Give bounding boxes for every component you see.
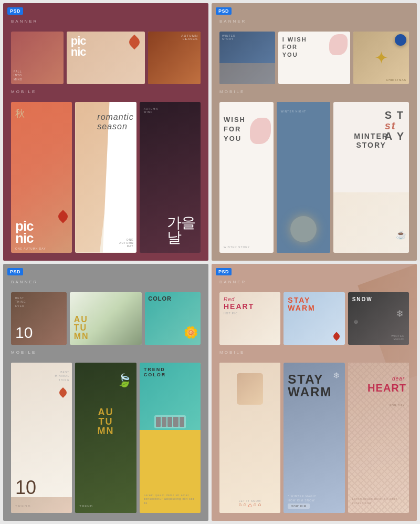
mobile-card-2-3: MINTERSTORY S TstA Y ☕ — [333, 102, 409, 253]
mobile-row-1: picnic 秋 ONE AUTUMN DAY romanticseason O… — [11, 102, 201, 253]
mobile-card-1-3: 가을날 AUTUMNWIND — [140, 102, 201, 253]
heart-text: HEART — [368, 383, 406, 393]
banner-row-1: FALLINTOMIND picnic AUTUMNLEAVES — [11, 32, 201, 84]
banner-label-2: BANNER — [219, 19, 409, 24]
banner-card-2-2: I WISHFORYOU — [278, 32, 350, 84]
mobile-card-1-1: picnic 秋 ONE AUTUMN DAY — [11, 102, 72, 253]
mobile-card-4-1: ⌂ ⌂ ⌂ ⌂ ⌂ LET IT SNOW — [219, 363, 280, 513]
mobile-row-4: ⌂ ⌂ ⌂ ⌂ ⌂ LET IT SNOW STAYWARM ❄ * WINTE… — [219, 363, 409, 513]
mobile-card-2-1: WISHFORYOU WINTER STORY — [219, 102, 274, 253]
quadrant-1: PSD BANNER FALLINTOMIND picnic — [3, 3, 208, 261]
mobile-card-4-2: STAYWARM ❄ * WINTER MAGICHOW KIM SNOW HO… — [284, 363, 344, 513]
banner-card-4-3: SNOW ❄ ❄ WINTERMAGIC — [348, 292, 409, 345]
mobile-card-3-1: 10 TREND BESTMINIMALTHING — [11, 363, 72, 513]
psd-badge-4: PSD — [216, 268, 232, 275]
banner-row-4: Red HEART HOT PIC STAYWARM SNOW ❄ ❄ WINT… — [219, 292, 409, 345]
mobile-card-1-2: romanticseason ONEAUTUMNDAY — [75, 102, 136, 253]
quadrant-2: PSD BANNER WINTERSTORY I WISHFORYOU ✦ CH… — [212, 3, 417, 261]
mobile-card-2-2: WINTER NIGHT — [277, 102, 331, 253]
mobile-label-2: MOBILE — [219, 89, 409, 94]
mobile-row-3: 10 TREND BESTMINIMALTHING AUTUMN TREND 🍃 — [11, 363, 201, 513]
banner-card-3-3: COLOR 🌼 — [145, 292, 201, 345]
mobile-row-2: WISHFORYOU WINTER STORY WINTER NIGHT MIN… — [219, 102, 409, 253]
banner-label-3: BANNER — [11, 280, 201, 284]
banner-card-1-3: AUTUMNLEAVES — [148, 32, 201, 84]
banner-label-1: BANNER — [11, 19, 201, 24]
psd-badge-3: PSD — [7, 268, 23, 275]
banner-card-1-2: picnic — [67, 32, 145, 84]
quadrant-4: PSD BANNER Red HEART HOT PIC STAYWARM — [212, 264, 417, 521]
quadrant-3: PSD BANNER 10 BESTTHINGEVER AUTUMN COLOR… — [3, 264, 208, 521]
mobile-label-4: MOBILE — [219, 350, 409, 355]
banner-label-4: BANNER — [219, 280, 409, 284]
mobile-card-4-3: dear HEART FOR DAY Lorem ipsum dolor sit… — [348, 363, 409, 513]
mobile-label-3: MOBILE — [11, 350, 201, 355]
banner-card-2-3: ✦ CHRISTMAS — [353, 32, 409, 84]
mobile-label-1: MOBILE — [11, 89, 201, 94]
banner-card-3-1: 10 BESTTHINGEVER — [11, 292, 67, 345]
psd-badge-2: PSD — [216, 7, 232, 15]
mobile-card-3-2: AUTUMN TREND 🍃 — [75, 363, 136, 513]
banner-card-3-2: AUTUMN — [70, 292, 142, 345]
banner-card-4-1: Red HEART HOT PIC — [219, 292, 280, 345]
banner-row-3: 10 BESTTHINGEVER AUTUMN COLOR 🌼 — [11, 292, 201, 345]
banner-card-2-1: WINTERSTORY — [219, 32, 275, 84]
banner-row-2: WINTERSTORY I WISHFORYOU ✦ CHRISTMAS — [219, 32, 409, 84]
banner-card-1-1: FALLINTOMIND — [11, 32, 64, 84]
banner-card-4-2: STAYWARM — [284, 292, 344, 345]
mobile-card-3-3: TRENDCOLOR Lorem ipsum dolor sit amet co… — [140, 363, 201, 513]
psd-badge-1: PSD — [7, 7, 23, 15]
